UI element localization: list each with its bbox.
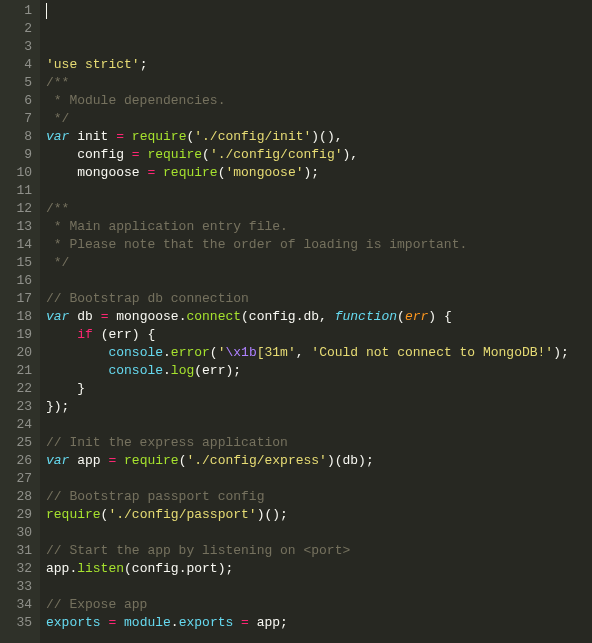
code-line[interactable]: // Bootstrap db connection (46, 290, 592, 308)
code-line[interactable]: // Bootstrap passport config (46, 488, 592, 506)
token: mongoose. (108, 309, 186, 324)
line-number: 15 (12, 254, 32, 272)
code-line[interactable]: console.error('\x1b[31m', 'Could not con… (46, 344, 592, 362)
token: './config/config' (210, 147, 343, 162)
line-number: 34 (12, 596, 32, 614)
code-line[interactable] (46, 416, 592, 434)
token: require (132, 129, 187, 144)
token: */ (46, 111, 69, 126)
token: db (69, 309, 100, 324)
code-line[interactable]: */ (46, 110, 592, 128)
code-line[interactable] (46, 272, 592, 290)
code-line[interactable]: var app = require('./config/express')(db… (46, 452, 592, 470)
line-number: 26 (12, 452, 32, 470)
code-line[interactable]: config = require('./config/config'), (46, 146, 592, 164)
code-line[interactable]: /** (46, 200, 592, 218)
code-line[interactable]: * Main application entry file. (46, 218, 592, 236)
line-number: 33 (12, 578, 32, 596)
token: require (46, 507, 101, 522)
code-area[interactable]: 'use strict';/** * Module dependencies. … (40, 0, 592, 643)
line-number: 7 (12, 110, 32, 128)
token: (err); (194, 363, 241, 378)
token: ( (210, 345, 218, 360)
token: ( (397, 309, 405, 324)
line-number: 28 (12, 488, 32, 506)
token: }); (46, 399, 69, 414)
token: var (46, 453, 69, 468)
token: var (46, 129, 69, 144)
token: module (124, 615, 171, 630)
line-number: 10 (12, 164, 32, 182)
token: * Please note that the order of loading … (46, 237, 467, 252)
token (233, 615, 241, 630)
line-number-gutter: 1234567891011121314151617181920212223242… (0, 0, 40, 643)
token: (config.db, (241, 309, 335, 324)
code-editor[interactable]: 1234567891011121314151617181920212223242… (0, 0, 592, 643)
token: = (116, 129, 124, 144)
token: )(db); (327, 453, 374, 468)
token: // Bootstrap passport config (46, 489, 264, 504)
token: )(); (257, 507, 288, 522)
code-line[interactable]: console.log(err); (46, 362, 592, 380)
code-line[interactable] (46, 578, 592, 596)
token: mongoose (46, 165, 147, 180)
token: ( (202, 147, 210, 162)
token: )(), (311, 129, 342, 144)
token: function (335, 309, 397, 324)
token: /** (46, 201, 69, 216)
token: console (108, 363, 163, 378)
code-line[interactable]: // Start the app by listening on <port> (46, 542, 592, 560)
code-line[interactable]: 'use strict'; (46, 56, 592, 74)
line-number: 24 (12, 416, 32, 434)
token: app. (46, 561, 77, 576)
code-line[interactable]: // Expose app (46, 596, 592, 614)
token: \x1b (225, 345, 256, 360)
code-line[interactable]: // Init the express application (46, 434, 592, 452)
code-line[interactable]: }); (46, 398, 592, 416)
code-line[interactable] (46, 524, 592, 542)
token: ) { (428, 309, 451, 324)
token (155, 165, 163, 180)
code-line[interactable]: * Module dependencies. (46, 92, 592, 110)
token: log (171, 363, 194, 378)
line-number: 3 (12, 38, 32, 56)
code-line[interactable]: require('./config/passport')(); (46, 506, 592, 524)
line-number: 8 (12, 128, 32, 146)
code-line[interactable]: } (46, 380, 592, 398)
code-line[interactable]: app.listen(config.port); (46, 560, 592, 578)
token: ); (553, 345, 569, 360)
line-number: 29 (12, 506, 32, 524)
token: * Main application entry file. (46, 219, 288, 234)
code-line[interactable]: */ (46, 254, 592, 272)
code-line[interactable] (46, 632, 592, 643)
token: // Bootstrap db connection (46, 291, 249, 306)
line-number: 11 (12, 182, 32, 200)
code-line[interactable]: mongoose = require('mongoose'); (46, 164, 592, 182)
token (46, 345, 108, 360)
line-number: 25 (12, 434, 32, 452)
code-line[interactable] (46, 470, 592, 488)
token (46, 327, 77, 342)
token: console (108, 345, 163, 360)
token: } (46, 381, 85, 396)
code-line[interactable]: * Please note that the order of loading … (46, 236, 592, 254)
code-line[interactable]: var db = mongoose.connect(config.db, fun… (46, 308, 592, 326)
code-line[interactable]: /** (46, 74, 592, 92)
code-line[interactable]: exports = module.exports = app; (46, 614, 592, 632)
token: . (163, 345, 171, 360)
text-cursor (46, 3, 47, 19)
code-line[interactable]: var init = require('./config/init')(), (46, 128, 592, 146)
token: /** (46, 75, 69, 90)
line-number: 16 (12, 272, 32, 290)
token: exports (179, 615, 234, 630)
code-line[interactable] (46, 182, 592, 200)
line-number: 19 (12, 326, 32, 344)
token: 'Could not connect to MongoDB!' (311, 345, 553, 360)
token: require (147, 147, 202, 162)
code-line[interactable]: if (err) { (46, 326, 592, 344)
line-number: 21 (12, 362, 32, 380)
token (116, 615, 124, 630)
token: error (171, 345, 210, 360)
line-number: 30 (12, 524, 32, 542)
token: var (46, 309, 69, 324)
